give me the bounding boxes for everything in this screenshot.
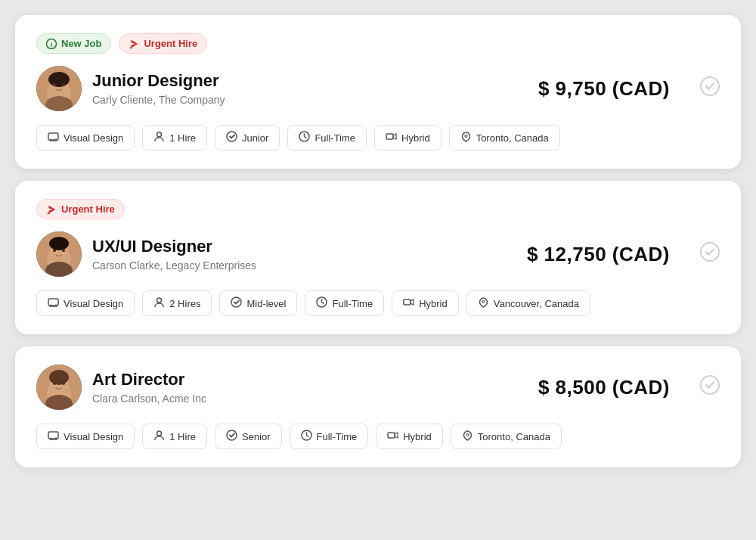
svg-point-6 [48, 72, 70, 87]
tag-toronto--canada: Toronto, Canada [449, 125, 560, 151]
tag-toronto--canada: Toronto, Canada [451, 424, 562, 449]
tag-icon [153, 131, 165, 144]
svg-point-31 [482, 301, 485, 303]
svg-rect-15 [386, 134, 393, 139]
tag-full-time: Full-Time [287, 125, 367, 151]
card-tags: Visual Design 1 Hire Junior Full-Time [36, 125, 720, 151]
job-subtitle: Carly Cliente, The Company [92, 94, 225, 106]
tag-hybrid: Hybrid [374, 125, 442, 151]
tag-icon [460, 131, 472, 144]
tag-full-time: Full-Time [305, 290, 384, 316]
svg-point-25 [701, 243, 719, 261]
job-info: Art Director Clara Carlson, Acme Inc [92, 370, 206, 405]
job-title: UX/UI Designer [92, 237, 256, 256]
card-badges: i New Job Urgent Hire [36, 33, 720, 54]
badge-urgent: Urgent Hire [119, 33, 207, 54]
tag-icon [48, 296, 59, 310]
tag-icon [301, 430, 312, 443]
tag-icon [153, 296, 165, 310]
svg-rect-44 [388, 433, 395, 438]
job-card-1[interactable]: i New Job Urgent Hire Junior Designer Ca… [15, 15, 741, 169]
job-title: Junior Designer [92, 71, 225, 91]
card-header-left: Art Director Clara Carlson, Acme Inc [36, 365, 206, 410]
svg-point-16 [465, 135, 467, 138]
tag-hybrid: Hybrid [392, 290, 459, 316]
svg-point-8 [62, 83, 65, 86]
job-info: Junior Designer Carly Cliente, The Compa… [92, 71, 225, 106]
tag-icon [387, 430, 398, 443]
svg-point-27 [157, 298, 162, 303]
salary-area: $ 9,750 (CAD) [538, 76, 720, 101]
svg-rect-11 [48, 133, 58, 140]
badge-new: i New Job [36, 33, 111, 54]
salary-area: $ 12,750 (CAD) [527, 242, 720, 266]
tag-icon [226, 131, 237, 144]
tag-icon [226, 430, 237, 443]
tag-visual-design: Visual Design [36, 424, 135, 449]
svg-point-37 [62, 382, 65, 385]
card-header-left: Junior Designer Carly Cliente, The Compa… [36, 66, 225, 111]
job-subtitle: Clara Carlson, Acme Inc [92, 393, 206, 405]
check-icon [700, 375, 720, 399]
tag-1-hire: 1 Hire [142, 424, 207, 449]
svg-point-41 [157, 431, 162, 436]
tag-1-hire: 1 Hire [142, 125, 207, 151]
card-badges: Urgent Hire [36, 199, 720, 219]
svg-point-22 [53, 249, 56, 252]
job-title: Art Director [92, 370, 206, 389]
tag-2-hires: 2 Hires [142, 290, 212, 316]
svg-point-21 [49, 237, 69, 250]
salary: $ 9,750 (CAD) [538, 77, 670, 101]
svg-rect-17 [48, 213, 50, 214]
tag-icon [386, 131, 397, 144]
job-info: UX/UI Designer Carson Clarke, Legacy Ent… [92, 237, 256, 272]
card-header: Art Director Clara Carlson, Acme Inc $ 8… [36, 365, 720, 410]
svg-rect-40 [48, 432, 58, 439]
card-tags: Visual Design 2 Hires Mid-level Full-Tim… [36, 290, 720, 316]
check-icon [700, 76, 720, 101]
avatar [36, 66, 82, 111]
tag-mid-level: Mid-level [219, 290, 297, 316]
tag-visual-design: Visual Design [36, 290, 135, 316]
card-header: Junior Designer Carly Cliente, The Compa… [36, 66, 720, 111]
salary: $ 8,500 (CAD) [538, 376, 670, 399]
card-header: UX/UI Designer Carson Clarke, Legacy Ent… [36, 231, 720, 277]
tag-icon [153, 430, 165, 443]
tag-senior: Senior [215, 424, 282, 449]
tag-icon [48, 430, 59, 443]
salary-area: $ 8,500 (CAD) [538, 375, 720, 399]
tag-hybrid: Hybrid [376, 424, 443, 449]
tag-vancouver--canada: Vancouver, Canada [466, 290, 590, 316]
svg-point-7 [53, 83, 56, 86]
svg-point-23 [62, 249, 65, 252]
tag-icon [403, 296, 414, 310]
tag-full-time: Full-Time [290, 424, 369, 449]
check-icon [700, 242, 720, 266]
salary: $ 12,750 (CAD) [527, 243, 670, 266]
card-tags: Visual Design 1 Hire Senior Full-Time [36, 424, 720, 449]
badge-urgent: Urgent Hire [36, 199, 125, 219]
tag-icon [316, 296, 327, 310]
svg-text:i: i [51, 41, 53, 48]
svg-point-13 [227, 132, 237, 141]
svg-point-42 [227, 430, 237, 440]
svg-point-10 [701, 77, 719, 95]
tag-junior: Junior [215, 125, 280, 151]
svg-point-45 [466, 434, 469, 436]
job-card-3[interactable]: Art Director Clara Carlson, Acme Inc $ 8… [15, 346, 741, 467]
job-card-2[interactable]: Urgent Hire UX/UI Designer Carson Clarke… [15, 181, 741, 334]
tag-icon [299, 131, 310, 144]
card-header-left: UX/UI Designer Carson Clarke, Legacy Ent… [36, 231, 256, 277]
tag-visual-design: Visual Design [36, 125, 135, 151]
avatar [36, 231, 82, 277]
svg-rect-30 [404, 299, 411, 305]
svg-rect-2 [130, 47, 132, 48]
svg-point-36 [53, 382, 56, 385]
tag-icon [478, 296, 489, 310]
tag-icon [48, 131, 59, 144]
tag-icon [231, 296, 242, 310]
svg-point-28 [231, 297, 241, 307]
svg-rect-26 [48, 299, 58, 306]
svg-point-39 [701, 376, 719, 394]
svg-point-35 [49, 370, 69, 385]
